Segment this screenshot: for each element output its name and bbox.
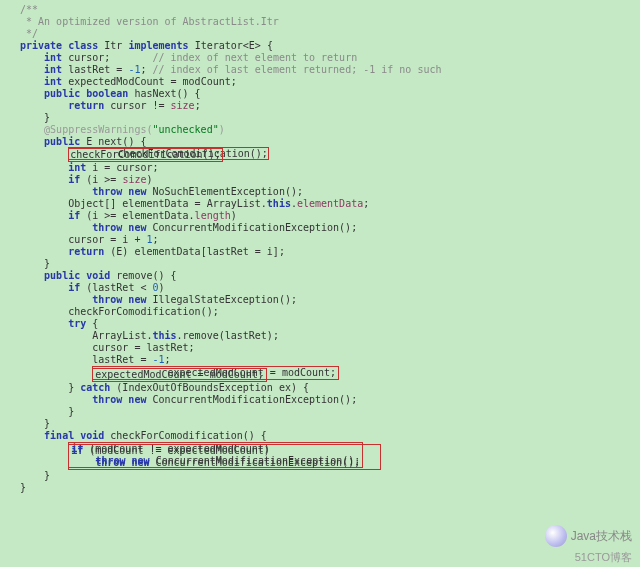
code-text: )	[159, 282, 165, 293]
code-text: public void	[20, 270, 110, 281]
code-text: final void	[20, 430, 104, 441]
code-text: Iterator<E> {	[189, 40, 273, 51]
code-block: /** * An optimized version of AbstractLi…	[20, 4, 640, 494]
code-text: checkForComodification() {	[104, 430, 267, 441]
code-text: (lastRet <	[80, 282, 152, 293]
code-text: remove() {	[110, 270, 176, 281]
code-text: NoSuchElementException();	[146, 186, 303, 197]
code-text: checkForComodification();	[20, 306, 219, 317]
code-text: int	[20, 162, 86, 173]
code-text: (IndexOutOfBoundsException ex) {	[110, 382, 309, 393]
code-text: }	[20, 112, 50, 123]
code-text: {	[86, 318, 98, 329]
code-text: */	[20, 28, 38, 39]
code-text: // index of next element to return	[152, 52, 357, 63]
code-text: ;	[363, 198, 369, 209]
code-text: (i >= elementData.	[80, 210, 194, 221]
code-text: cursor;	[62, 52, 152, 63]
code-text: if	[20, 174, 80, 185]
watermark: Java技术栈	[545, 525, 632, 547]
code-text: (i >=	[80, 174, 122, 185]
code-text: Object[] elementData = ArrayList.	[20, 198, 267, 209]
code-text: @SuppressWarnings(	[20, 124, 152, 135]
code-text: // index of last element returned; -1 if…	[152, 64, 441, 75]
code-text: -1	[128, 64, 140, 75]
code-text: this	[267, 198, 291, 209]
code-text: ;	[165, 354, 171, 365]
code-text: return	[20, 100, 104, 111]
code-text: expectedModCount = modCount;	[62, 76, 237, 87]
code-text: int	[20, 76, 62, 87]
code-text: return	[20, 246, 104, 257]
code-text: (E) elementData[lastRet = i];	[104, 246, 285, 257]
code-text: public boolean	[20, 88, 128, 99]
code-text: }	[20, 258, 50, 269]
code-text: ;	[140, 64, 152, 75]
attribution: 51CTO博客	[575, 551, 632, 563]
code-text: E next() {	[80, 136, 146, 147]
code-text: lastRet =	[20, 354, 152, 365]
code-text: Itr	[98, 40, 128, 51]
code-text: this	[152, 330, 176, 341]
code-text: length	[195, 210, 231, 221]
code-text: ConcurrentModificationException();	[146, 394, 357, 405]
code-text: throw new	[20, 186, 146, 197]
code-text: public	[20, 136, 80, 147]
code-text: "unchecked"	[152, 124, 218, 135]
code-text: }	[20, 406, 74, 417]
code-text: lastRet =	[62, 64, 128, 75]
code-text: -1	[152, 354, 164, 365]
code-text: ArrayList.	[20, 330, 152, 341]
code-text: size	[171, 100, 195, 111]
code-text: cursor !=	[104, 100, 170, 111]
code-text: )	[219, 124, 225, 135]
watermark-text: Java技术栈	[571, 530, 632, 542]
code-text: * An optimized version of AbstractList.I…	[20, 16, 279, 27]
code-text: int	[20, 64, 62, 75]
code-text: cursor = i +	[20, 234, 146, 245]
code-text: }	[20, 470, 50, 481]
code-text: )	[146, 174, 152, 185]
code-text: )	[231, 210, 237, 221]
code-text: cursor = lastRet;	[20, 342, 195, 353]
code-text: throw new	[20, 394, 146, 405]
code-text: int	[20, 52, 62, 63]
code-text: }	[20, 382, 80, 393]
code-text: }	[20, 482, 26, 493]
code-text: size	[122, 174, 146, 185]
code-text: elementData	[297, 198, 363, 209]
code-text: /**	[20, 4, 38, 15]
code-text: implements	[128, 40, 188, 51]
code-text: hasNext() {	[128, 88, 200, 99]
wechat-icon	[545, 525, 567, 547]
code-text: catch	[80, 382, 110, 393]
code-text: ConcurrentModificationException();	[146, 222, 357, 233]
code-text: if	[20, 282, 80, 293]
code-text: try	[20, 318, 86, 329]
code-text: private class	[20, 40, 98, 51]
code-text: throw new	[20, 222, 146, 233]
code-text: throw new	[20, 294, 146, 305]
code-text: ;	[152, 234, 158, 245]
attribution-text: 51CTO博客	[575, 551, 632, 563]
code-text: }	[20, 418, 50, 429]
code-text: i = cursor;	[86, 162, 158, 173]
code-text: IllegalStateException();	[146, 294, 297, 305]
code-text: if	[20, 210, 80, 221]
code-text: .remove(lastRet);	[177, 330, 279, 341]
code-text: ;	[195, 100, 201, 111]
